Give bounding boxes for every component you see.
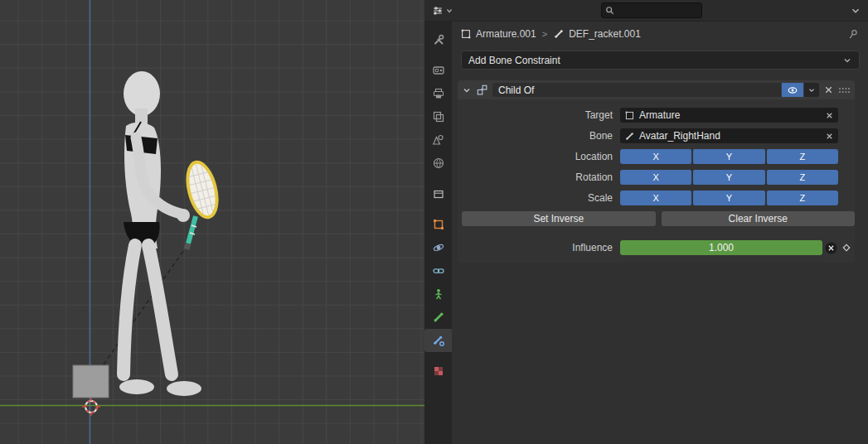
header-options-chevron-icon[interactable] xyxy=(850,5,861,17)
location-y-toggle[interactable]: Y xyxy=(693,149,764,164)
tool-icon xyxy=(432,33,445,46)
rotation-label: Rotation xyxy=(462,171,620,183)
tab-texture[interactable] xyxy=(424,360,452,383)
eye-icon xyxy=(787,84,798,96)
scene-icon xyxy=(432,133,445,147)
world-icon xyxy=(432,157,445,170)
breadcrumb-bone[interactable]: DEF_racket.001 xyxy=(553,28,641,40)
rotation-y-toggle[interactable]: Y xyxy=(693,170,764,185)
tab-tool[interactable] xyxy=(424,28,452,51)
object-cube-icon xyxy=(460,28,472,40)
tab-object[interactable] xyxy=(424,213,452,236)
constraint-name-group: Child Of xyxy=(492,83,819,97)
rotation-axes: X Y Z xyxy=(620,170,838,185)
tab-world[interactable] xyxy=(424,152,452,175)
inverse-buttons-row: Set Inverse Clear Inverse xyxy=(458,211,855,226)
target-row: Target Armature xyxy=(458,108,855,123)
properties-editor-icon xyxy=(431,4,444,17)
constraint-panel-header[interactable]: Child Of xyxy=(458,80,855,99)
target-value: Armature xyxy=(639,109,680,121)
tab-object-constraints[interactable] xyxy=(424,259,452,282)
physics-icon xyxy=(432,241,445,254)
constraint-name-label: Child Of xyxy=(498,84,534,96)
hand xyxy=(177,209,190,222)
tab-collection[interactable] xyxy=(424,182,452,205)
bone-icon xyxy=(553,28,565,40)
target-field[interactable]: Armature xyxy=(620,108,838,123)
properties-main: Armature.001 > DEF_racket.001 xyxy=(452,22,868,444)
scale-x-toggle[interactable]: X xyxy=(620,191,691,205)
chevron-down-icon xyxy=(842,56,852,65)
bone-field[interactable]: Avatar_RightHand xyxy=(620,128,838,143)
properties-header xyxy=(424,0,868,22)
bone-row: Bone Avatar_RightHand xyxy=(458,128,855,143)
scale-y-toggle[interactable]: Y xyxy=(693,191,764,205)
rotation-x-toggle[interactable]: X xyxy=(620,170,691,185)
armature-data-icon xyxy=(432,287,445,301)
scale-row: Scale X Y Z xyxy=(458,191,855,205)
target-clear-icon[interactable] xyxy=(825,111,834,120)
bone-tab-icon xyxy=(432,311,445,324)
bone-target-box[interactable] xyxy=(73,365,109,398)
pin-icon[interactable] xyxy=(847,28,860,41)
panel-grip-handle[interactable] xyxy=(838,86,851,94)
tab-bone-constraint[interactable] xyxy=(424,329,452,352)
set-inverse-button[interactable]: Set Inverse xyxy=(462,211,656,226)
keyframe-diamond-icon[interactable] xyxy=(841,242,852,253)
target-label: Target xyxy=(462,109,620,121)
tab-physics[interactable] xyxy=(424,236,452,259)
influence-row: Influence 1.000 xyxy=(458,240,855,255)
texture-icon xyxy=(432,364,445,378)
rotation-z-toggle[interactable]: Z xyxy=(767,170,838,185)
racket-grip-end xyxy=(187,244,188,249)
object-icon xyxy=(432,218,445,231)
clear-inverse-button[interactable]: Clear Inverse xyxy=(662,211,856,226)
blender-window: Armature.001 > DEF_racket.001 xyxy=(0,0,868,444)
influence-slider[interactable]: 1.000 xyxy=(620,240,822,255)
editor-type-button[interactable] xyxy=(431,4,453,17)
location-x-toggle[interactable]: X xyxy=(620,149,691,164)
tab-object-data[interactable] xyxy=(424,282,452,306)
breadcrumb-separator: > xyxy=(542,29,547,39)
output-icon xyxy=(432,87,445,100)
influence-override-clear-button[interactable] xyxy=(824,240,838,255)
editor-type-chevron-icon xyxy=(446,7,453,14)
scale-label: Scale xyxy=(462,192,620,204)
breadcrumb-object-label: Armature.001 xyxy=(476,28,536,40)
tab-scene[interactable] xyxy=(424,128,452,152)
front-leg xyxy=(148,245,172,374)
constraint-name-field[interactable]: Child Of xyxy=(492,83,781,97)
properties-search[interactable] xyxy=(601,2,702,18)
bone-clear-icon[interactable] xyxy=(825,132,834,141)
constraint-panel-body: Target Armature xyxy=(458,99,855,263)
breadcrumb-object[interactable]: Armature.001 xyxy=(460,28,536,40)
bone-label: Bone xyxy=(462,130,620,142)
scale-axes: X Y Z xyxy=(620,191,838,205)
bone-value: Avatar_RightHand xyxy=(639,130,720,142)
influence-label: Influence xyxy=(462,242,620,253)
tab-view-layer[interactable] xyxy=(424,105,452,128)
circle-x-icon xyxy=(824,241,838,255)
constraint-extras-dropdown[interactable] xyxy=(804,83,819,97)
tennis-racket[interactable] xyxy=(182,159,222,249)
constraint-close-icon[interactable] xyxy=(823,84,834,95)
influence-value: 1.000 xyxy=(709,242,734,253)
object-constraints-icon xyxy=(432,264,445,278)
search-input[interactable] xyxy=(618,6,687,16)
location-z-toggle[interactable]: Z xyxy=(767,149,838,164)
location-axes: X Y Z xyxy=(620,149,838,164)
tab-bone[interactable] xyxy=(424,306,452,329)
front-foot xyxy=(167,381,201,396)
extras-chevron-icon xyxy=(807,86,816,94)
tab-render[interactable] xyxy=(424,59,452,82)
add-bone-constraint-button[interactable]: Add Bone Constraint xyxy=(461,51,860,70)
tab-output[interactable] xyxy=(424,82,452,105)
3d-viewport[interactable] xyxy=(0,0,424,444)
3d-cursor xyxy=(82,398,100,416)
panel-expand-chevron-icon[interactable] xyxy=(462,85,472,95)
collection-icon xyxy=(432,187,445,200)
scale-z-toggle[interactable]: Z xyxy=(767,191,838,205)
back-foot xyxy=(119,379,154,394)
constraint-enable-eye-toggle[interactable] xyxy=(782,83,803,97)
racket-handle xyxy=(188,216,196,244)
